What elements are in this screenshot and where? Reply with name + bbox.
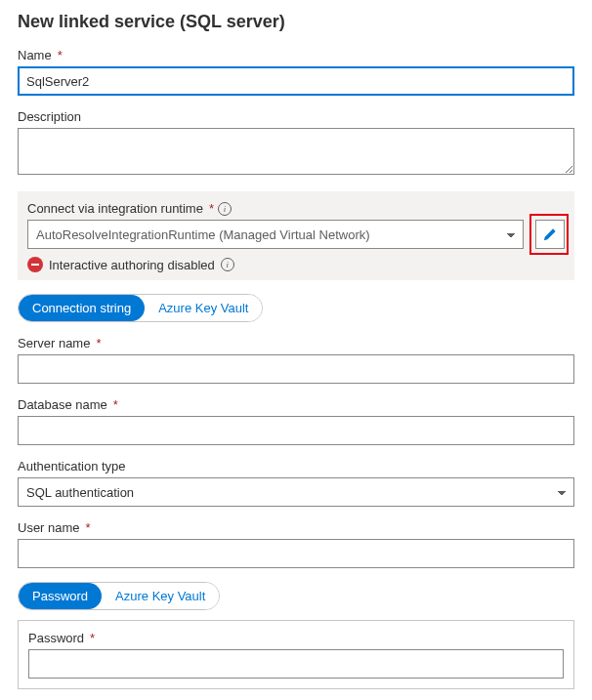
info-icon[interactable]: i: [218, 202, 232, 216]
name-input[interactable]: [18, 66, 574, 96]
tab-password[interactable]: Password: [19, 583, 102, 609]
password-label: Password: [28, 631, 84, 645]
database-name-group: Database name*: [18, 397, 574, 445]
page-title: New linked service (SQL server): [18, 12, 574, 32]
pencil-icon: [543, 227, 557, 241]
runtime-label: Connect via integration runtime: [27, 201, 203, 216]
database-name-label: Database name: [18, 397, 107, 412]
description-label: Description: [18, 109, 81, 124]
credential-tabs: Password Azure Key Vault: [18, 582, 220, 610]
server-name-group: Server name*: [18, 336, 574, 384]
user-name-input[interactable]: [18, 539, 574, 568]
tab-azure-key-vault[interactable]: Azure Key Vault: [145, 295, 262, 321]
name-label: Name: [18, 48, 52, 62]
server-name-label: Server name: [18, 336, 90, 350]
connection-method-tabs: Connection string Azure Key Vault: [18, 294, 263, 322]
description-field-group: Description: [18, 109, 574, 178]
required-asterisk: *: [113, 397, 118, 412]
required-asterisk: *: [58, 48, 63, 62]
server-name-input[interactable]: [18, 354, 574, 384]
tab-credential-akv[interactable]: Azure Key Vault: [102, 583, 219, 609]
auth-type-label: Authentication type: [18, 459, 126, 474]
required-asterisk: *: [209, 201, 214, 216]
runtime-select[interactable]: AutoResolveIntegrationRuntime (Managed V…: [27, 220, 524, 249]
database-name-input[interactable]: [18, 416, 574, 445]
user-name-group: User name*: [18, 520, 574, 568]
required-asterisk: *: [96, 336, 101, 350]
auth-type-select[interactable]: SQL authentication: [18, 477, 574, 507]
password-panel: Password*: [18, 620, 574, 689]
name-field-group: Name*: [18, 48, 574, 96]
password-input[interactable]: [28, 649, 564, 679]
edit-runtime-button[interactable]: [535, 220, 565, 249]
tab-connection-string[interactable]: Connection string: [19, 295, 145, 321]
info-icon[interactable]: i: [221, 258, 234, 271]
user-name-label: User name: [18, 520, 80, 535]
required-asterisk: *: [90, 631, 95, 645]
interactive-status-text: Interactive authoring disabled: [49, 258, 215, 272]
required-asterisk: *: [86, 520, 91, 535]
auth-type-group: Authentication type SQL authentication: [18, 459, 574, 507]
edit-button-highlight: [529, 214, 569, 255]
stop-icon: [27, 257, 43, 272]
description-input[interactable]: [18, 128, 574, 175]
runtime-section: Connect via integration runtime * i Auto…: [18, 191, 574, 280]
